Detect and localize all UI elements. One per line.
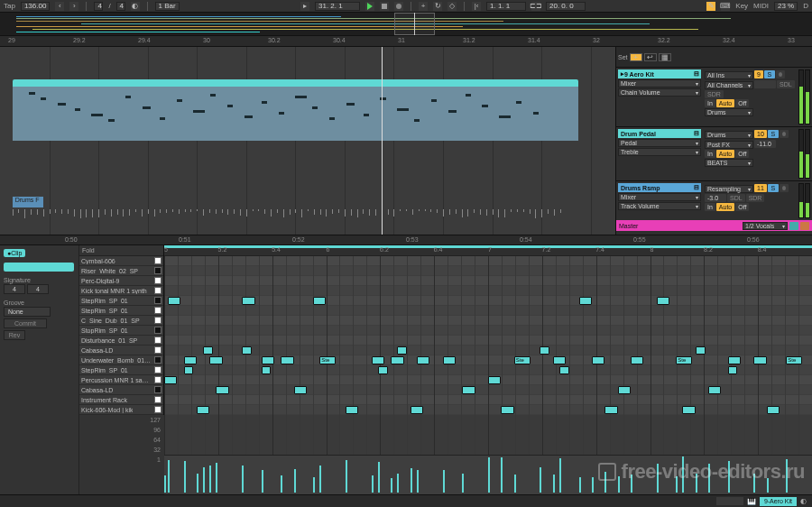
loop-start-icon[interactable]: |‹ bbox=[472, 2, 481, 11]
midi-note[interactable] bbox=[579, 297, 592, 305]
midi-note[interactable] bbox=[501, 406, 513, 414]
param-dropdown[interactable]: Track Volume bbox=[618, 202, 701, 210]
param-dropdown[interactable]: Treble bbox=[618, 148, 701, 156]
play-button[interactable] bbox=[365, 2, 374, 11]
input-type[interactable]: All Ins bbox=[705, 71, 753, 79]
arrangement-overview[interactable] bbox=[0, 13, 812, 36]
midi-note[interactable] bbox=[753, 356, 766, 364]
mixer-section-icon[interactable]: ▦ bbox=[659, 53, 671, 61]
track-number[interactable]: 9 bbox=[754, 70, 763, 78]
midi-track-display[interactable]: 9-Aero Kit bbox=[760, 497, 797, 506]
midi-note[interactable] bbox=[417, 356, 429, 364]
keyboard-icon[interactable]: ⌨ bbox=[721, 2, 730, 11]
audio-clip-drums[interactable]: Drums F bbox=[13, 197, 43, 207]
drum-row[interactable]: Riser_White_02_SP bbox=[79, 266, 163, 276]
arrangement-ruler[interactable]: 29 29.2 29.4 30 30.2 30.4 31 31.2 31.4 3… bbox=[0, 36, 812, 47]
monitor-off[interactable]: Off bbox=[735, 150, 749, 158]
master-track[interactable]: Master 1/2 Vocals bbox=[616, 220, 812, 231]
arm-button[interactable] bbox=[780, 130, 789, 138]
send-b[interactable]: SDR bbox=[705, 90, 724, 98]
fold-button[interactable]: Fold bbox=[82, 247, 95, 254]
drum-row[interactable]: Perc-Digital-9 bbox=[79, 276, 163, 286]
midi-note[interactable]: Ste bbox=[786, 356, 802, 364]
clip-sig-denominator[interactable]: 4 bbox=[27, 284, 49, 294]
metronome-down-icon[interactable]: ‹ bbox=[55, 2, 64, 11]
master-solo[interactable] bbox=[789, 222, 798, 230]
track-header-drum-pedal[interactable]: Drum Pedal⊟ Pedal Treble Drums 10 S Post… bbox=[616, 126, 812, 180]
midi-note[interactable] bbox=[462, 386, 475, 394]
drum-row[interactable]: Cymbal-606 bbox=[79, 256, 163, 266]
monitor-auto[interactable]: Auto bbox=[716, 99, 734, 107]
record-button[interactable] bbox=[394, 2, 403, 11]
sig-denominator[interactable]: 4 bbox=[116, 2, 125, 11]
solo-button[interactable]: S bbox=[768, 184, 779, 192]
follow-icon[interactable]: ▸ bbox=[300, 2, 309, 11]
midi-clip-aero-kit[interactable] bbox=[13, 79, 578, 141]
input-type[interactable]: Drums bbox=[705, 131, 753, 139]
midi-note[interactable] bbox=[559, 366, 569, 374]
midi-note[interactable] bbox=[767, 406, 780, 414]
master-output[interactable]: 1/2 Vocals bbox=[743, 222, 788, 230]
midi-note[interactable]: Ste bbox=[676, 356, 692, 364]
device-dropdown[interactable]: Mixer bbox=[618, 79, 701, 88]
groove-selector[interactable]: None bbox=[4, 307, 51, 317]
fold-icon[interactable]: ⊟ bbox=[694, 184, 699, 191]
drum-row[interactable]: Cabasa-LD bbox=[79, 385, 163, 395]
midi-note[interactable] bbox=[197, 406, 209, 414]
drum-row[interactable]: Percussion MNR 1 sample bbox=[79, 375, 163, 385]
track-header-aero-kit[interactable]: ▸ 9 Aero Kit⊟ Mixer Chain Volume All Ins… bbox=[616, 67, 812, 126]
midi-note[interactable] bbox=[657, 297, 669, 305]
input-channel[interactable]: All Channels bbox=[705, 81, 753, 89]
midi-note[interactable] bbox=[209, 356, 222, 364]
capture-icon[interactable]: ◇ bbox=[448, 2, 457, 11]
quantize-menu[interactable]: 1 Bar bbox=[155, 2, 180, 11]
arrangement-position[interactable]: 31. 2. 1 bbox=[315, 2, 360, 11]
track-header-drums-rsmp[interactable]: Drums Rsmp⊟ Mixer Track Volume Resamplin… bbox=[616, 180, 812, 220]
midi-ruler[interactable]: 5 5.2 5.4 6 6.2 6.4 7 7.2 7.4 8 8.2 8.4 bbox=[164, 245, 812, 256]
master-cue[interactable] bbox=[800, 222, 809, 230]
key-label[interactable]: Key bbox=[735, 2, 748, 10]
output-routing[interactable]: Drums bbox=[705, 108, 753, 116]
drum-row[interactable]: StepRim_SP_01 bbox=[79, 306, 163, 316]
midi-note[interactable] bbox=[216, 386, 228, 394]
solo-button[interactable]: S bbox=[764, 70, 775, 78]
midi-note[interactable] bbox=[411, 406, 423, 414]
midi-note[interactable] bbox=[604, 406, 617, 414]
midi-note[interactable] bbox=[488, 376, 501, 384]
velocity-lane[interactable] bbox=[164, 455, 812, 494]
drum-row[interactable]: C_Sine_Dub_01_SP bbox=[79, 316, 163, 326]
clip-sig-numerator[interactable]: 4 bbox=[4, 284, 25, 294]
metronome-up-icon[interactable]: › bbox=[69, 2, 78, 11]
midi-note[interactable]: Ste bbox=[319, 356, 336, 364]
midi-note[interactable] bbox=[378, 366, 388, 374]
drum-row[interactable]: StepRim_SP_01 bbox=[79, 296, 163, 306]
volume-readout[interactable]: -11.0 bbox=[754, 140, 776, 148]
rev-button[interactable]: Rev bbox=[4, 330, 25, 340]
arm-button[interactable] bbox=[780, 184, 789, 192]
seconds-ruler[interactable]: 0:50 0:51 0:52 0:53 0:54 0:55 0:56 bbox=[0, 235, 812, 245]
arrangement-tracks[interactable]: Drums F for(let i=0;i<90;i++){document.w… bbox=[0, 47, 615, 235]
loop-toggle-icon[interactable]: ⊏⊐ bbox=[531, 2, 540, 11]
overdub-icon[interactable]: + bbox=[419, 2, 428, 11]
solo-button[interactable]: S bbox=[768, 130, 779, 138]
monitor-in[interactable]: In bbox=[705, 99, 715, 107]
stop-button[interactable] bbox=[380, 2, 389, 11]
volume-readout[interactable] bbox=[754, 80, 776, 88]
midi-note[interactable] bbox=[372, 356, 384, 364]
midi-note[interactable] bbox=[242, 297, 254, 305]
midi-note[interactable] bbox=[631, 356, 643, 364]
drum-row[interactable]: StopRim_SP_01 bbox=[79, 326, 163, 336]
midi-note[interactable] bbox=[262, 356, 274, 364]
monitor-auto[interactable]: Auto bbox=[716, 150, 734, 158]
fold-icon[interactable]: ⊟ bbox=[694, 130, 699, 137]
midi-note[interactable] bbox=[346, 406, 358, 414]
volume-readout[interactable]: -3.0 bbox=[705, 194, 726, 202]
midi-note[interactable] bbox=[553, 356, 566, 364]
monitor-auto[interactable]: Auto bbox=[716, 203, 734, 211]
device-dropdown[interactable]: Mixer bbox=[618, 193, 701, 201]
midi-note[interactable] bbox=[618, 386, 631, 394]
midi-note[interactable] bbox=[313, 297, 326, 305]
output-routing[interactable]: BEATS bbox=[705, 159, 753, 167]
midi-note[interactable] bbox=[242, 346, 252, 355]
tempo-field[interactable]: 136.00 bbox=[21, 2, 50, 11]
